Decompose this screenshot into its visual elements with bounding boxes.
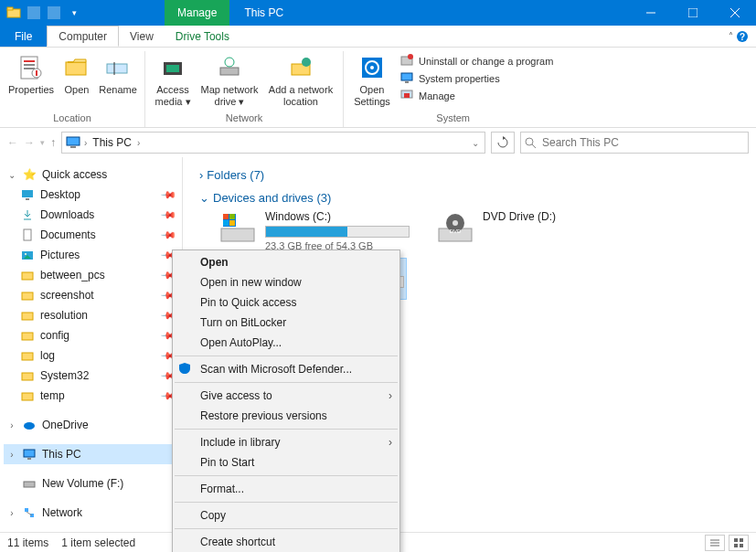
close-button[interactable] [714,0,756,26]
minimize-button[interactable] [630,0,672,26]
svg-rect-13 [24,68,35,69]
svg-rect-43 [24,229,31,240]
icons-view-button[interactable] [729,535,749,551]
sidebar-label: Downloads [40,208,94,221]
pc-icon [22,447,37,462]
address-bar[interactable]: › This PC › ⌄ [61,132,485,154]
sidebar-label: config [40,329,69,342]
ctx-create-shortcut[interactable]: Create shortcut [173,532,399,552]
open-button[interactable]: Open [59,51,95,96]
sidebar-quick-access[interactable]: ⌄⭐Quick access [4,165,178,185]
manage-button[interactable]: Manage [397,88,557,104]
ribbon-group-system: Open Settings Uninstall or change a prog… [344,51,562,127]
chevron-right-icon[interactable]: › [137,138,140,148]
sidebar-item-pictures[interactable]: Pictures📌 [4,245,178,265]
sidebar-new-volume[interactable]: New Volume (F:) [4,473,178,494]
ctx-bitlocker[interactable]: Turn on BitLocker [173,313,399,333]
search-input[interactable] [542,136,744,149]
ribbon-label: System properties [419,73,500,84]
sidebar-label: between_pcs [40,269,105,281]
drive-c[interactable]: Windows (C:) 23.3 GB free of 54.3 GB [218,210,410,251]
drives-group-header[interactable]: ⌄Devices and drives (3) [192,187,747,210]
network-icon [22,505,37,520]
drive-name: Windows (C:) [265,210,410,223]
svg-rect-48 [22,292,33,300]
drive-d[interactable]: DVD DVD Drive (D:) [435,210,627,251]
ctx-autoplay[interactable]: Open AutoPlay... [173,333,399,353]
view-tab[interactable]: View [119,26,165,47]
qat-item[interactable] [46,5,62,21]
ribbon-group-label: System [436,111,470,127]
ctx-pin-to-start[interactable]: Pin to Start [173,452,399,472]
sidebar-label: Network [42,506,82,519]
separator [175,528,398,529]
properties-button[interactable]: Properties [5,51,57,96]
sidebar-item-folder[interactable]: log📌 [4,345,178,366]
ctx-open-new-window[interactable]: Open in new window [173,272,399,292]
file-tab[interactable]: File [0,26,47,47]
network-drive-icon [215,53,244,82]
folder-icon [20,368,35,383]
search-box[interactable] [520,132,749,154]
sidebar-onedrive[interactable]: ›OneDrive [4,415,178,435]
ctx-include-library[interactable]: Include in library› [173,432,399,452]
manage-contextual-tab[interactable]: Manage [165,0,229,26]
sidebar-label: OneDrive [42,419,89,431]
help-icon[interactable]: ˄ ? [729,29,749,43]
cloud-icon [22,418,37,432]
system-properties-button[interactable]: System properties [397,70,557,87]
sidebar-item-folder[interactable]: config📌 [4,325,178,345]
ctx-defender-scan[interactable]: Scan with Microsoft Defender... [173,359,399,379]
separator [175,429,398,430]
details-view-button[interactable] [705,535,725,551]
ctx-label: Format... [200,483,244,495]
rename-button[interactable]: Rename [97,51,139,96]
pin-icon: 📌 [159,206,176,223]
sidebar-network[interactable]: ›Network [4,503,178,523]
drive-name: DVD Drive (D:) [483,210,627,223]
ctx-give-access-to[interactable]: Give access to› [173,386,399,406]
sidebar-this-pc[interactable]: ›This PC [4,444,178,464]
ctx-format[interactable]: Format... [173,479,399,499]
breadcrumb-segment[interactable]: This PC [91,136,133,149]
forward-button[interactable]: → [24,136,35,149]
chevron-right-icon[interactable]: › [84,138,87,148]
folders-group-header[interactable]: ›Folders (7) [192,165,747,187]
sidebar-item-folder[interactable]: between_pcs📌 [4,265,178,285]
map-network-drive-button[interactable]: Map network drive ▾ [197,51,262,107]
ctx-open[interactable]: Open [173,252,399,272]
access-media-button[interactable]: Access media ▾ [151,51,195,107]
refresh-button[interactable] [491,132,515,154]
sidebar-item-desktop[interactable]: Desktop📌 [4,185,178,205]
item-count: 11 items [7,536,48,549]
drive-tools-tab[interactable]: Drive Tools [165,26,240,47]
history-dropdown-icon[interactable]: ▾ [40,138,45,147]
svg-point-25 [302,58,311,67]
address-dropdown-icon[interactable]: ⌄ [472,138,483,148]
up-button[interactable]: ↑ [50,136,56,149]
chevron-down-icon: ⌄ [199,191,209,205]
add-network-location-button[interactable]: Add a network location [264,51,337,107]
ctx-copy[interactable]: Copy [173,505,399,525]
computer-tab[interactable]: Computer [47,26,119,47]
chevron-right-icon: › [199,168,203,182]
sidebar-item-folder[interactable]: resolution📌 [4,305,178,325]
sidebar-item-folder[interactable]: screenshot📌 [4,285,178,305]
open-settings-button[interactable]: Open Settings [349,51,395,107]
sidebar-item-folder[interactable]: temp📌 [4,386,178,406]
qat-item[interactable] [26,5,42,21]
qat-dropdown-icon[interactable]: ▾ [66,5,82,21]
sidebar-label: Desktop [40,188,80,201]
back-button[interactable]: ← [7,136,18,149]
svg-point-23 [225,58,234,67]
drive-icon [22,476,37,491]
sidebar-item-documents[interactable]: Documents📌 [4,225,178,245]
sidebar-item-downloads[interactable]: Downloads📌 [4,205,178,225]
ctx-restore-versions[interactable]: Restore previous versions [173,406,399,426]
sidebar-item-folder[interactable]: System32📌 [4,366,178,386]
maximize-button[interactable] [672,0,714,26]
ribbon-group-label: Network [226,111,262,127]
uninstall-program-button[interactable]: Uninstall or change a program [397,53,557,69]
ctx-pin-quick-access[interactable]: Pin to Quick access [173,292,399,313]
sidebar-label: screenshot [40,289,94,302]
